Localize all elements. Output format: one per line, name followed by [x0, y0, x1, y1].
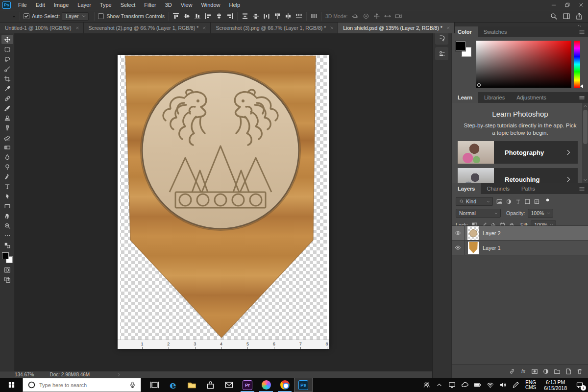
scroll-up-icon[interactable]: [583, 103, 588, 109]
color-cursor[interactable]: [477, 83, 481, 87]
pixel-layer-filter-icon[interactable]: [495, 197, 504, 205]
layer-row[interactable]: Layer 1: [452, 241, 588, 255]
link-layers-icon[interactable]: [508, 368, 516, 375]
tray-pen-icon[interactable]: [509, 378, 522, 392]
close-icon[interactable]: [202, 26, 206, 30]
hue-slider[interactable]: [574, 41, 580, 88]
tray-people-icon[interactable]: [420, 378, 433, 392]
search-icon[interactable]: [550, 12, 558, 20]
tray-battery-icon[interactable]: [471, 378, 484, 392]
smart-object-filter-icon[interactable]: [533, 197, 541, 205]
layer-filter-dropdown[interactable]: Kind: [456, 197, 493, 206]
tab-paths[interactable]: Paths: [515, 183, 541, 194]
taskbar-paint3d-button[interactable]: [257, 378, 275, 392]
tab-color[interactable]: Color: [452, 26, 478, 37]
shape-layer-filter-icon[interactable]: [523, 197, 532, 205]
tab-layers[interactable]: Layers: [452, 183, 481, 194]
chevron-right-icon[interactable]: [117, 372, 121, 377]
taskbar-search[interactable]: [23, 378, 141, 392]
scrollbar-thumb[interactable]: [583, 110, 588, 144]
type-tool[interactable]: [1, 182, 13, 191]
align-top-edges-icon[interactable]: [172, 12, 180, 20]
3d-pan-icon[interactable]: [373, 12, 381, 20]
foreground-color-swatch[interactable]: [456, 41, 466, 51]
pen-tool[interactable]: [1, 172, 13, 181]
menu-type[interactable]: Type: [96, 0, 116, 10]
learn-topic-retouching[interactable]: Retouching: [458, 168, 578, 183]
auto-select-checkbox[interactable]: [24, 13, 29, 19]
color-saturation-field[interactable]: [476, 41, 571, 88]
eyedropper-tool[interactable]: [1, 84, 13, 93]
menu-help[interactable]: Help: [225, 0, 245, 10]
3d-orbit-icon[interactable]: [351, 12, 359, 20]
align-vertical-centers-icon[interactable]: [183, 12, 191, 20]
layer-row[interactable]: Layer 2: [452, 226, 588, 241]
distribute-horizontal-centers-icon[interactable]: [284, 12, 292, 20]
history-panel-button[interactable]: [435, 31, 448, 45]
layer-visibility-toggle[interactable]: [452, 226, 465, 241]
new-layer-icon[interactable]: [564, 368, 572, 375]
taskbar-store-button[interactable]: [201, 378, 220, 392]
align-left-edges-icon[interactable]: [204, 12, 212, 20]
menu-layer[interactable]: Layer: [73, 0, 96, 10]
taskbar-chrome-button[interactable]: [275, 378, 294, 392]
opacity-dropdown[interactable]: 100%: [528, 209, 553, 218]
taskbar-premiere-button[interactable]: Pr: [238, 378, 257, 392]
document-tab[interactable]: Untitled-1 @ 100% (RGB/8#): [0, 23, 84, 33]
zoom-tool[interactable]: [1, 221, 13, 230]
move-tool[interactable]: [1, 35, 13, 44]
auto-select-target-dropdown[interactable]: Layer: [62, 12, 89, 21]
delete-layer-icon[interactable]: [576, 368, 584, 375]
default-colors[interactable]: [1, 241, 13, 250]
taskbar-mail-button[interactable]: [220, 378, 238, 392]
3d-roll-icon[interactable]: [362, 12, 370, 20]
close-button[interactable]: [574, 0, 588, 10]
zoom-level[interactable]: 134.67%: [15, 372, 34, 377]
panel-menu-icon[interactable]: [578, 185, 586, 193]
eraser-tool[interactable]: [1, 133, 13, 142]
3d-slide-icon[interactable]: [384, 12, 392, 20]
add-layer-mask-icon[interactable]: [531, 368, 539, 375]
tab-adjustments[interactable]: Adjustments: [511, 92, 552, 103]
taskbar-photoshop-button[interactable]: Ps: [294, 378, 313, 392]
layer-name[interactable]: Layer 2: [483, 230, 501, 236]
3d-camera-icon[interactable]: [394, 12, 402, 20]
gradient-tool[interactable]: [1, 143, 13, 152]
tab-libraries[interactable]: Libraries: [478, 92, 511, 103]
quick-selection-tool[interactable]: [1, 64, 13, 74]
document-canvas[interactable]: 12345678: [118, 55, 329, 349]
language-indicator[interactable]: ENG CMS: [522, 380, 539, 390]
tray-chevron-up-icon[interactable]: [433, 378, 445, 392]
align-horizontal-centers-icon[interactable]: [215, 12, 223, 20]
align-right-edges-icon[interactable]: [226, 12, 234, 20]
workspace-icon[interactable]: [563, 12, 570, 20]
rectangle-tool[interactable]: [1, 201, 13, 211]
share-icon[interactable]: [575, 12, 583, 20]
taskbar-task-view-button[interactable]: [145, 378, 164, 392]
tray-display-icon[interactable]: [445, 378, 458, 392]
properties-panel-button[interactable]: [435, 47, 448, 60]
screen-mode[interactable]: [1, 275, 13, 284]
lasso-tool[interactable]: [1, 54, 13, 64]
learn-topic-photography[interactable]: Photography: [458, 141, 578, 164]
distribute-bottom-edges-icon[interactable]: [263, 12, 270, 20]
panel-menu-icon[interactable]: [578, 94, 586, 101]
close-icon[interactable]: [446, 26, 450, 30]
distribute-right-edges-icon[interactable]: [295, 12, 303, 20]
panel-menu-icon[interactable]: [578, 28, 586, 36]
menu-filter[interactable]: Filter: [140, 0, 160, 10]
hue-slider-marker[interactable]: [580, 84, 583, 88]
menu-3d[interactable]: 3D: [161, 0, 176, 10]
foreground-background-colors[interactable]: [1, 252, 13, 264]
new-adjustment-layer-icon[interactable]: [542, 368, 550, 375]
menu-select[interactable]: Select: [116, 0, 140, 10]
distribute-vertical-centers-icon[interactable]: [252, 12, 260, 20]
adjustment-layer-filter-icon[interactable]: [505, 197, 513, 205]
action-center-button[interactable]: 1: [571, 378, 588, 392]
distribute-top-edges-icon[interactable]: [241, 12, 249, 20]
canvas-area[interactable]: 12345678: [15, 33, 432, 371]
layer-effects-icon[interactable]: fx: [519, 368, 527, 375]
tray-wifi-icon[interactable]: [484, 378, 496, 392]
document-tab[interactable]: Screenshot (2).png @ 66.7% (Layer 1, RGB…: [84, 23, 211, 33]
blur-tool[interactable]: [1, 152, 13, 162]
